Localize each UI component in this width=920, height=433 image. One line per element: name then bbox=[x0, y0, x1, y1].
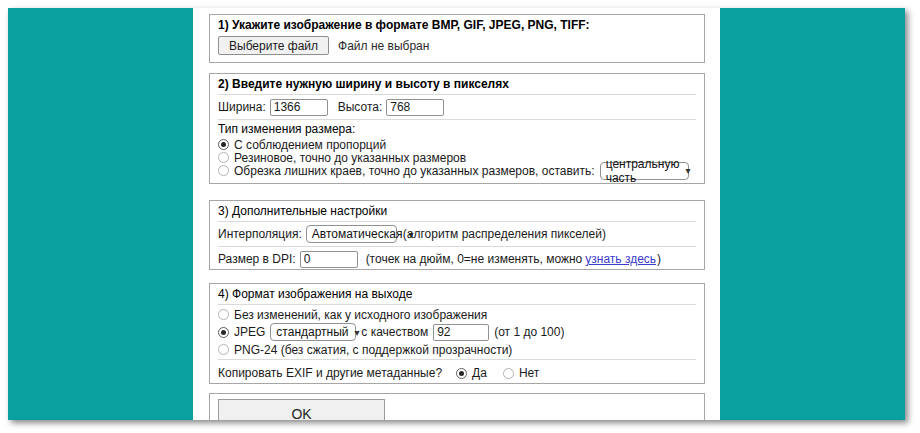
resize-option-label: Резиновое, точно до указанных размеров bbox=[234, 151, 466, 165]
radio-exif-yes[interactable] bbox=[456, 368, 467, 379]
form-content: 1) Укажите изображение в формате BMP, GI… bbox=[193, 8, 720, 420]
dpi-input[interactable] bbox=[300, 251, 358, 268]
exif-no-label: Нет bbox=[519, 366, 539, 380]
divider bbox=[218, 221, 696, 222]
interpolation-select[interactable]: Автоматическая bbox=[306, 225, 397, 243]
crop-area-select[interactable]: центральную часть bbox=[600, 162, 689, 180]
section-advanced: 3) Дополнительные настройки Интерполяция… bbox=[209, 200, 705, 270]
dpi-hint: (точек на дюйм, 0=не изменять, можно bbox=[366, 252, 583, 266]
exif-row: Копировать EXIF и другие метаданные? Да … bbox=[218, 363, 696, 383]
dpi-info-link[interactable]: узнать здесь bbox=[585, 252, 656, 266]
jpeg-quality-label: с качеством bbox=[361, 325, 428, 339]
jpeg-subtype-select[interactable]: стандартный bbox=[270, 323, 356, 341]
format-option-label: Без изменений, как у исходного изображен… bbox=[234, 308, 487, 322]
exif-yes-label: Да bbox=[472, 366, 487, 380]
section-upload: 1) Укажите изображение в формате BMP, GI… bbox=[209, 14, 705, 63]
format-option-unchanged[interactable]: Без изменений, как у исходного изображен… bbox=[218, 308, 696, 321]
resize-type-label: Тип изменения размера: bbox=[218, 123, 696, 136]
resize-option-proportional[interactable]: С соблюдением пропорций bbox=[218, 138, 696, 151]
dpi-row: Размер в DPI: (точек на дюйм, 0=не измен… bbox=[218, 250, 696, 268]
dpi-label: Размер в DPI: bbox=[218, 252, 296, 266]
divider bbox=[218, 94, 696, 95]
interpolation-label: Интерполяция: bbox=[218, 227, 302, 241]
size-inputs-row: Ширина: Высота: bbox=[218, 98, 696, 116]
format-option-jpeg[interactable]: JPEG стандартный с качеством (от 1 до 10… bbox=[218, 322, 696, 342]
ok-button[interactable]: OK bbox=[218, 399, 385, 420]
radio-format-unchanged[interactable] bbox=[218, 309, 229, 320]
divider bbox=[218, 119, 696, 120]
divider bbox=[218, 359, 696, 360]
radio-exif-no[interactable] bbox=[503, 368, 514, 379]
section-upload-title: 1) Укажите изображение в формате BMP, GI… bbox=[218, 19, 696, 32]
exif-question-label: Копировать EXIF и другие метаданные? bbox=[218, 366, 442, 380]
section-output-format: 4) Формат изображения на выходе Без изме… bbox=[209, 283, 705, 384]
jpeg-subtype-selected-value: стандартный bbox=[276, 325, 348, 339]
radio-stretch[interactable] bbox=[218, 152, 229, 163]
choose-file-button[interactable]: Выберите файл bbox=[218, 36, 329, 55]
section-submit: OK bbox=[209, 393, 705, 420]
content-column: 1) Укажите изображение в формате BMP, GI… bbox=[193, 8, 720, 420]
format-option-label: PNG-24 (без сжатия, с поддержкой прозрач… bbox=[234, 343, 512, 357]
resize-option-label: С соблюдением пропорций bbox=[234, 138, 386, 152]
file-input-row: Выберите файл Файл не выбран bbox=[218, 36, 696, 55]
radio-proportional[interactable] bbox=[218, 139, 229, 150]
jpeg-quality-input[interactable] bbox=[433, 324, 489, 341]
jpeg-quality-hint: (от 1 до 100) bbox=[494, 325, 564, 339]
dpi-hint-close: ) bbox=[657, 252, 661, 266]
section-dimensions: 2) Введите нужную ширину и высоту в пикс… bbox=[209, 73, 705, 184]
width-input[interactable] bbox=[270, 99, 328, 116]
divider bbox=[218, 246, 696, 247]
width-label: Ширина: bbox=[218, 100, 266, 114]
interpolation-row: Интерполяция: Автоматическая (алгоритм р… bbox=[218, 225, 696, 243]
section-advanced-title: 3) Дополнительные настройки bbox=[218, 205, 696, 218]
divider bbox=[218, 304, 696, 305]
height-input[interactable] bbox=[386, 99, 444, 116]
format-option-label: JPEG bbox=[234, 325, 265, 339]
radio-crop[interactable] bbox=[218, 165, 229, 176]
resize-option-label: Обрезка лишних краев, точно до указанных… bbox=[234, 164, 595, 178]
radio-format-jpeg[interactable] bbox=[218, 327, 229, 338]
height-label: Высота: bbox=[338, 100, 383, 114]
crop-area-selected-value: центральную часть bbox=[606, 157, 680, 185]
resize-option-crop[interactable]: Обрезка лишних краев, точно до указанных… bbox=[218, 164, 696, 177]
format-option-png24[interactable]: PNG-24 (без сжатия, с поддержкой прозрач… bbox=[218, 343, 696, 356]
page-background: 1) Укажите изображение в формате BMP, GI… bbox=[8, 8, 905, 420]
interpolation-selected-value: Автоматическая bbox=[312, 227, 403, 241]
radio-format-png24[interactable] bbox=[218, 344, 229, 355]
section-output-format-title: 4) Формат изображения на выходе bbox=[218, 288, 696, 301]
file-status-text: Файл не выбран bbox=[338, 39, 429, 53]
section-dimensions-title: 2) Введите нужную ширину и высоту в пикс… bbox=[218, 78, 696, 91]
interpolation-hint: (алгоритм распределения пикселей) bbox=[403, 227, 606, 241]
